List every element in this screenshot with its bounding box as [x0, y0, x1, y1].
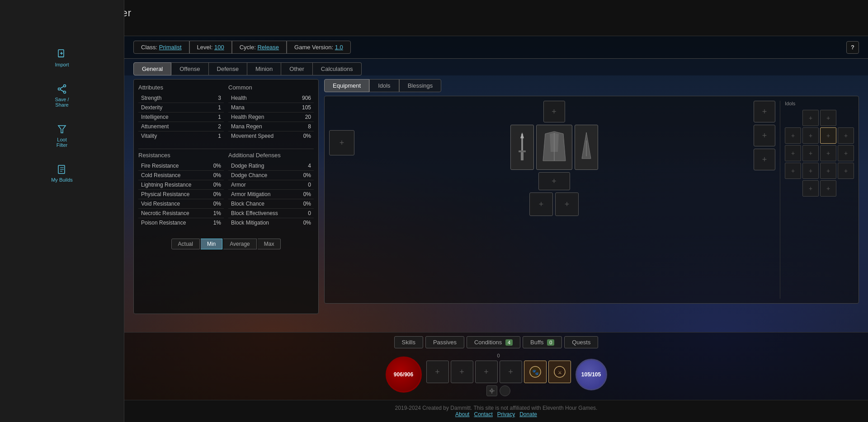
book-icon [57, 164, 67, 175]
additional-defenses-section: Additional Defenses Dodge Rating 4 Dodge… [228, 152, 314, 227]
stat-name-lightning-res: Lightning Resistance [141, 182, 191, 188]
sidebar-item-loot-filter[interactable]: Loot Filter [44, 120, 80, 151]
cycle-value[interactable]: Release [257, 44, 279, 51]
slot-ring-2[interactable]: + [754, 125, 775, 146]
action-bar: 0 + + + + 🐾 [426, 353, 571, 396]
idol-slot-2[interactable]: + [820, 110, 836, 126]
slot-ring-1[interactable]: + [754, 101, 775, 122]
slot-chest[interactable] [536, 125, 572, 170]
idol-slot-11[interactable]: + [785, 163, 801, 179]
idol-slot-6[interactable]: + [838, 127, 854, 144]
idol-slot-12[interactable]: + [802, 163, 819, 179]
slot-head[interactable]: + [329, 130, 354, 155]
idol-slot-7[interactable]: + [785, 145, 801, 161]
idol-slot-15[interactable]: + [802, 180, 819, 197]
char-bottom-bar: 906/906 0 + + + + [133, 353, 859, 396]
settings-icon [489, 388, 495, 394]
slot-relic[interactable]: + [754, 149, 775, 170]
footer-link-privacy[interactable]: Privacy [497, 411, 515, 417]
idol-slot-4[interactable]: + [802, 127, 819, 144]
skill-slot-4[interactable]: + [500, 361, 522, 383]
chest-icon [541, 129, 568, 165]
mana-value: 105/105 [581, 371, 601, 378]
slot-weapon-main[interactable] [510, 125, 534, 170]
idol-slot-8[interactable]: + [802, 145, 819, 161]
exp-label: 0 [497, 353, 500, 358]
skill-slot-5[interactable]: 🐾 [524, 361, 547, 383]
stat-val-lightning-res: 0% [203, 182, 221, 188]
view-mode-actual[interactable]: Actual [171, 239, 200, 249]
level-value[interactable]: 100 [214, 44, 224, 51]
stat-val-intelligence: 1 [203, 114, 221, 120]
idol-slot-1[interactable]: + [802, 110, 819, 126]
sidebar: Import Save / Share Loot Filter My Build… [0, 0, 124, 422]
view-mode-min[interactable]: Min [201, 239, 222, 249]
stat-row-dexterity: Dexterity 1 [138, 103, 224, 113]
footer-link-donate[interactable]: Donate [519, 411, 537, 417]
stat-val-armor-mitigation: 0% [293, 191, 311, 197]
sidebar-item-save-share[interactable]: Save / Share [44, 80, 80, 111]
stat-row-block-chance: Block Chance 0% [228, 199, 314, 209]
tab-general[interactable]: General [133, 62, 171, 75]
view-mode-average[interactable]: Average [223, 239, 256, 249]
char-info-bar: Class: Primalist Level: 100 Cycle: Relea… [124, 36, 868, 59]
quests-label: Quests [572, 339, 590, 346]
skill-icon-5: 🐾 [529, 366, 542, 378]
skill-slot-1[interactable]: + [426, 361, 449, 383]
idol-slot-3[interactable]: + [785, 127, 801, 144]
stat-row-physical-res: Physical Resistance 0% [138, 190, 224, 199]
idol-plus-13: + [826, 167, 830, 174]
moon-icon-container [500, 385, 510, 396]
slot-amulet[interactable]: + [543, 101, 565, 122]
slot-belt[interactable]: + [538, 172, 570, 190]
idol-slot-5[interactable]: + [820, 127, 836, 144]
tab-minion[interactable]: Minion [247, 62, 281, 75]
idol-slot-13[interactable]: + [820, 163, 836, 179]
idol-slot-16[interactable]: + [820, 180, 836, 197]
skill-tab-quests[interactable]: Quests [564, 336, 598, 348]
class-value[interactable]: Primalist [159, 44, 182, 51]
svg-line-8 [61, 90, 64, 92]
skill-tab-passives[interactable]: Passives [425, 336, 464, 348]
skill-slot-6[interactable]: ⚔ [548, 361, 571, 383]
passives-label: Passives [433, 339, 457, 346]
idol-slot-14[interactable]: + [838, 163, 854, 179]
tab-calculations[interactable]: Calculations [313, 62, 362, 75]
slot-gloves[interactable]: + [529, 192, 553, 216]
slot-offhand[interactable] [575, 125, 598, 170]
svg-rect-16 [519, 150, 526, 152]
slot-boots[interactable]: + [555, 192, 579, 216]
view-mode-max[interactable]: Max [258, 239, 281, 249]
game-version-value[interactable]: 1.0 [335, 44, 343, 51]
skill-tab-skills[interactable]: Skills [394, 336, 423, 348]
tab-offense[interactable]: Offense [171, 62, 208, 75]
tab-idols[interactable]: Idols [369, 79, 399, 92]
tab-defense[interactable]: Defense [209, 62, 247, 75]
stat-row-fire-res: Fire Resistance 0% [138, 161, 224, 171]
tab-blessings[interactable]: Blessings [399, 79, 442, 92]
sidebar-item-my-builds[interactable]: My Builds [44, 160, 80, 186]
tab-equipment[interactable]: Equipment [324, 79, 369, 92]
sidebar-item-import[interactable]: Import [44, 45, 80, 71]
stat-row-movement-speed: Movement Speed 0% [228, 131, 314, 141]
stat-name-health: Health [231, 95, 247, 101]
idols-label: Idols [785, 101, 854, 106]
stat-val-strength: 3 [203, 95, 221, 101]
skill-icon-6: ⚔ [553, 366, 566, 378]
buffs-badge: 0 [547, 339, 554, 346]
idol-slot-9[interactable]: + [820, 145, 836, 161]
skill-tab-conditions[interactable]: Conditions 4 [467, 336, 520, 348]
tab-other[interactable]: Other [281, 62, 313, 75]
skill-slot-2[interactable]: + [451, 361, 473, 383]
stat-name-cold-res: Cold Resistance [141, 172, 180, 178]
footer-link-contact[interactable]: Contact [474, 411, 492, 417]
stat-val-dexterity: 1 [203, 104, 221, 111]
footer-link-about[interactable]: About [455, 411, 469, 417]
settings-button[interactable] [486, 385, 497, 396]
idol-slot-10[interactable]: + [838, 145, 854, 161]
stat-name-armor-mitigation: Armor Mitigation [231, 191, 270, 197]
skill-tab-buffs[interactable]: Buffs 0 [523, 336, 562, 348]
help-button[interactable]: ? [846, 41, 859, 54]
svg-point-6 [64, 91, 66, 94]
skill-slot-3[interactable]: + [475, 361, 498, 383]
